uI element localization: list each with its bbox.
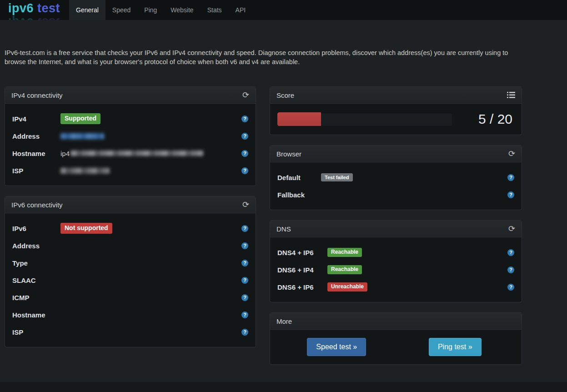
status-badge: Supported (60, 113, 100, 124)
panel-dns-title: DNS (276, 225, 291, 233)
panel-ipv4-title: IPv4 connectivity (11, 91, 63, 99)
help-icon[interactable]: ? (241, 294, 248, 301)
redacted-ipv4-address (60, 133, 104, 139)
refresh-icon[interactable]: ⟳ (508, 150, 515, 158)
refresh-icon[interactable]: ⟳ (242, 91, 249, 99)
hostname-prefix: ip4 (60, 150, 70, 157)
row-dns6-ip4: DNS6 + IP4 Reachable ? (277, 261, 514, 278)
row-dns6-ip6: DNS6 + IP6 Unreachable ? (277, 278, 514, 296)
help-icon[interactable]: ? (241, 242, 248, 249)
help-icon[interactable]: ? (507, 266, 514, 273)
logo-reflection: ipv6 test (8, 15, 60, 20)
help-icon[interactable]: ? (507, 174, 514, 181)
nav-item-general[interactable]: General (69, 0, 105, 20)
row-label: ICMP (12, 294, 60, 302)
logo[interactable]: ipv6 test ipv6 test (0, 0, 69, 20)
logo-part-test: test (34, 1, 60, 15)
ping-test-button[interactable]: Ping test » (429, 338, 482, 356)
help-icon[interactable]: ? (241, 133, 248, 140)
panel-ipv4-body: IPv4 Supported ? Address ? Hostname ip4 … (5, 104, 256, 186)
panel-more: More Speed test » Ping test » (270, 312, 522, 365)
row-label: IPv4 (12, 115, 60, 123)
row-label: Fallback (277, 191, 321, 199)
panel-more-title: More (276, 317, 292, 325)
status-badge: Reachable (327, 265, 362, 274)
help-icon[interactable]: ? (241, 150, 248, 157)
panel-more-header: More (270, 313, 522, 330)
panel-browser-body: Default Test failed ? Fallback ? (270, 162, 522, 210)
row-hostname: Hostname ? (12, 306, 248, 323)
intro-paragraph: IPv6-test.com is a free service that che… (5, 48, 516, 66)
row-dns4-ip6: DNS4 + IP6 Reachable ? (277, 244, 514, 261)
row-label: Address (12, 242, 60, 250)
panel-ipv6-header: IPv6 connectivity ⟳ (5, 196, 256, 213)
status-badge: Reachable (327, 248, 362, 256)
help-icon[interactable]: ? (241, 329, 248, 336)
more-ping-cell: Ping test » (396, 338, 515, 356)
nav-item-website[interactable]: Website (164, 0, 200, 20)
row-label: Default (277, 174, 321, 181)
logo-text: ipv6 test (8, 1, 60, 15)
status-badge: Unreachable (327, 282, 367, 291)
nav-item-ping[interactable]: Ping (137, 0, 164, 20)
help-icon[interactable]: ? (241, 312, 248, 318)
row-label: Type (12, 259, 60, 267)
panel-ipv6-body: IPv6 Not supported ? Address ? Type ? SL… (5, 213, 256, 347)
list-icon[interactable] (507, 92, 515, 98)
score-value: 5 / 20 (478, 111, 514, 127)
help-icon[interactable]: ? (507, 284, 514, 291)
help-icon[interactable]: ? (507, 191, 514, 198)
row-label: ISP (12, 328, 60, 336)
panel-score-body: 5 / 20 (270, 104, 522, 135)
nav-item-stats[interactable]: Stats (201, 0, 229, 20)
footer-strip (0, 382, 567, 392)
speed-test-button[interactable]: Speed test » (307, 338, 366, 356)
row-isp: ISP ? (12, 323, 248, 341)
row-label: DNS4 + IP6 (277, 249, 327, 256)
panel-score-title: Score (276, 91, 294, 99)
panel-browser: Browser ⟳ Default Test failed ? Fallback… (270, 145, 522, 210)
help-icon[interactable]: ? (241, 167, 248, 174)
score-bar-fill (277, 112, 321, 126)
help-icon[interactable]: ? (507, 249, 514, 256)
row-label: Address (12, 132, 60, 140)
help-icon[interactable]: ? (241, 277, 248, 284)
row-type: Type ? (12, 254, 248, 271)
status-badge: Not supported (60, 223, 112, 233)
row-label: DNS6 + IP4 (277, 266, 327, 274)
panel-ipv4-header: IPv4 connectivity ⟳ (5, 87, 256, 104)
panel-dns-body: DNS4 + IP6 Reachable ? DNS6 + IP4 Reacha… (270, 237, 522, 302)
panel-dns: DNS ⟳ DNS4 + IP6 Reachable ? DNS6 + IP4 … (270, 220, 522, 302)
row-isp: ISP ? (12, 162, 248, 179)
panel-ipv6-connectivity: IPv6 connectivity ⟳ IPv6 Not supported ?… (5, 196, 256, 347)
main-content: IPv4 connectivity ⟳ IPv4 Supported ? Add… (5, 86, 562, 375)
left-column: IPv4 connectivity ⟳ IPv4 Supported ? Add… (5, 86, 256, 375)
row-label: Hostname (12, 150, 60, 157)
row-label: SLAAC (12, 276, 60, 284)
nav-item-speed[interactable]: Speed (105, 0, 137, 20)
navbar: ipv6 test ipv6 test General Speed Ping W… (0, 0, 567, 20)
help-icon[interactable]: ? (241, 260, 248, 266)
nav-item-api[interactable]: API (229, 0, 253, 20)
row-label: ISP (12, 167, 60, 175)
right-column: Score 5 / 20 Browser ⟳ (270, 86, 522, 375)
panel-score-header: Score (270, 87, 522, 104)
help-icon[interactable]: ? (241, 225, 248, 232)
row-address: Address ? (12, 237, 248, 254)
redacted-hostname (70, 151, 203, 156)
panel-score: Score 5 / 20 (270, 86, 522, 135)
refresh-icon[interactable]: ⟳ (508, 225, 515, 233)
row-address: Address ? (12, 127, 248, 145)
row-ipv6: IPv6 Not supported ? (12, 220, 248, 237)
row-label: Hostname (12, 311, 60, 319)
row-default: Default Test failed ? (277, 169, 514, 186)
row-fallback: Fallback ? (277, 186, 514, 203)
row-slaac: SLAAC ? (12, 271, 248, 289)
nav-items: General Speed Ping Website Stats API (69, 0, 252, 20)
panel-browser-title: Browser (276, 150, 301, 158)
row-icmp: ICMP ? (12, 289, 248, 306)
logo-part-ipv6: ipv6 (8, 1, 34, 15)
panel-browser-header: Browser ⟳ (270, 146, 522, 162)
help-icon[interactable]: ? (241, 116, 248, 122)
refresh-icon[interactable]: ⟳ (242, 201, 249, 209)
